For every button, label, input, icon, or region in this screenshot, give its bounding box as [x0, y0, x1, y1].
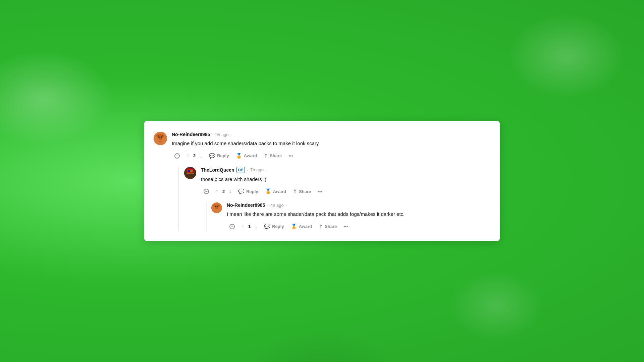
comment-body-root: No-Reindeer8985 · 9h ago · Imagine if yo… [172, 132, 490, 232]
reply-icon-root: 💬 [209, 153, 215, 159]
username-root: No-Reindeer8985 [172, 132, 210, 137]
dot-root: · [231, 132, 232, 137]
comment-meta-root: No-Reindeer8985 · 9h ago · [172, 132, 490, 137]
reply-button-reply1[interactable]: 💬 Reply [235, 186, 261, 196]
award-icon-reply1: 🏅 [265, 188, 271, 194]
reply-label-reply1: Reply [246, 189, 258, 194]
share-label-reply1: Share [299, 189, 311, 194]
comment-text-reply2: I mean like there are some shader/data p… [227, 210, 490, 218]
thread-line-1 [178, 167, 179, 232]
svg-point-22 [215, 205, 216, 205]
share-icon-root: ↗ [262, 152, 270, 160]
comment-reply1: TheLordQueen OP · 7h ago · those pics ar… [184, 167, 490, 232]
svg-point-7 [161, 136, 162, 138]
svg-rect-13 [191, 170, 193, 172]
svg-rect-12 [188, 170, 190, 172]
downvote-button-root[interactable]: ↓ [197, 151, 205, 161]
comment-root: No-Reindeer8985 · 9h ago · Imagine if yo… [154, 132, 490, 232]
username-reply1: TheLordQueen [201, 167, 234, 173]
award-button-reply1[interactable]: 🏅 Award [262, 186, 289, 196]
comment-meta-reply1: TheLordQueen OP · 7h ago · [201, 167, 490, 173]
svg-point-24 [215, 206, 216, 207]
award-button-root[interactable]: 🏅 Award [233, 151, 260, 161]
collapse-button-root[interactable]: − [172, 151, 182, 161]
op-badge-reply1: OP [236, 167, 245, 173]
avatar-thelordqueen [184, 167, 196, 179]
dot2-reply1: · [266, 167, 267, 172]
username-reply2: No-Reindeer8985 [227, 202, 265, 208]
more-icon-reply1: ••• [318, 189, 322, 194]
dot-reply1: · [247, 167, 248, 172]
fade-mask [144, 228, 500, 241]
downvote-icon-reply1: ↓ [229, 188, 231, 194]
comment-panel: No-Reindeer8985 · 9h ago · Imagine if yo… [144, 121, 500, 241]
collapse-button-reply1[interactable]: − [201, 187, 212, 196]
more-icon-root: ••• [288, 153, 293, 158]
comment-text-root: Imagine if you add some shaders/data pac… [172, 140, 490, 147]
svg-point-5 [162, 135, 163, 136]
svg-point-25 [217, 206, 218, 207]
reply-icon-reply1: 💬 [238, 188, 245, 194]
svg-point-17 [191, 174, 192, 175]
minus-icon-reply1: − [204, 189, 209, 194]
timestamp-reply1: 7h ago [250, 167, 264, 172]
action-bar-root: − ↑ 2 ↓ 💬 Reply 🏅 Award ↗ [172, 151, 490, 161]
upvote-button-reply1[interactable]: ↑ [213, 186, 221, 196]
timestamp-reply2: 4h ago [270, 203, 284, 208]
award-icon-root: 🏅 [236, 153, 242, 159]
more-button-reply1[interactable]: ••• [315, 187, 325, 196]
upvote-button-root[interactable]: ↑ [184, 151, 192, 161]
avatar-no-reindeer [154, 132, 167, 145]
nested-replies-1: TheLordQueen OP · 7h ago · those pics ar… [172, 167, 490, 232]
svg-point-23 [218, 205, 219, 205]
reply-level1-container: TheLordQueen OP · 7h ago · those pics ar… [184, 167, 490, 232]
share-button-root[interactable]: ↗ Share [261, 151, 284, 161]
award-label-reply1: Award [273, 189, 286, 194]
reply-label-root: Reply [217, 153, 229, 158]
share-button-reply1[interactable]: ↗ Share [290, 186, 314, 196]
vote-count-reply1: 2 [222, 189, 225, 194]
action-bar-reply1: − ↑ 2 ↓ 💬 [201, 186, 490, 196]
upvote-icon-root: ↑ [186, 153, 189, 159]
upvote-icon-reply1: ↑ [216, 188, 218, 194]
award-label-root: Award [244, 153, 257, 158]
svg-point-16 [189, 174, 190, 175]
dot2-reply2: · [286, 203, 287, 208]
comment-text-reply1: those pics are with shaders ;( [201, 176, 490, 183]
comment-meta-reply2: No-Reindeer8985 · 4h ago · [227, 202, 490, 208]
svg-point-4 [158, 135, 159, 136]
reply-button-root[interactable]: 💬 Reply [206, 151, 231, 161]
svg-point-6 [158, 136, 160, 138]
downvote-icon-root: ↓ [200, 153, 202, 159]
avatar-no-reindeer-2 [211, 202, 222, 213]
dot-reply2: · [267, 203, 268, 208]
svg-point-26 [215, 207, 218, 209]
timestamp-root: · [212, 132, 213, 137]
share-icon-reply1: ↗ [291, 188, 299, 195]
svg-point-8 [159, 138, 162, 140]
downvote-button-reply1[interactable]: ↓ [226, 186, 234, 196]
comment-body-reply1: TheLordQueen OP · 7h ago · those pics ar… [201, 167, 490, 232]
minus-icon-root: − [174, 153, 180, 159]
more-button-root[interactable]: ••• [286, 151, 296, 160]
svg-point-15 [188, 174, 193, 178]
timestamp-value-root: 9h ago [215, 132, 229, 137]
vote-count-root: 2 [193, 153, 196, 158]
share-label-root: Share [270, 153, 282, 158]
